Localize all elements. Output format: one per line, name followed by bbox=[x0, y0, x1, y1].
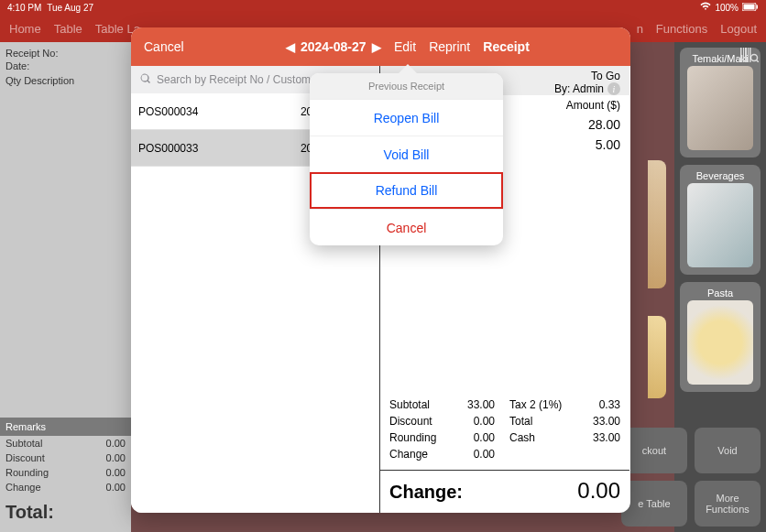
tab-reprint[interactable]: Reprint bbox=[429, 39, 470, 54]
lp-subtotal-v: 0.00 bbox=[106, 438, 126, 449]
status-time: 4:10 PM bbox=[7, 3, 41, 13]
tab-receipt[interactable]: Receipt bbox=[483, 39, 530, 54]
category-label: Pasta bbox=[707, 288, 733, 299]
lp-discount-l: Discount bbox=[5, 452, 45, 463]
order-type: To Go bbox=[591, 70, 620, 82]
change-value: 0.00 bbox=[577, 478, 620, 504]
modal-header: Cancel ◀ 2024-08-27 ▶ Edit Reprint Recei… bbox=[131, 27, 630, 66]
receipt-no: POS000034 bbox=[138, 105, 198, 118]
search-placeholder: Search by Receipt No / Custom bbox=[157, 73, 311, 86]
category-image bbox=[687, 183, 753, 267]
dropdown-cancel[interactable]: Cancel bbox=[310, 209, 503, 245]
receipt-no-label: Receipt No: bbox=[5, 48, 126, 59]
action-more-functions[interactable]: More Functions bbox=[695, 481, 761, 527]
sum-discount-v: 0.00 bbox=[451, 415, 495, 428]
dropdown-reopen-bill[interactable]: Reopen Bill bbox=[310, 99, 503, 136]
svg-rect-1 bbox=[744, 4, 755, 9]
lp-rounding-v: 0.00 bbox=[106, 467, 126, 478]
dropdown-void-bill[interactable]: Void Bill bbox=[310, 136, 503, 172]
status-date: Tue Aug 27 bbox=[47, 3, 93, 13]
sum-cash-v: 33.00 bbox=[576, 431, 620, 444]
lp-rounding-l: Rounding bbox=[5, 467, 49, 478]
svg-rect-4 bbox=[743, 48, 744, 62]
svg-line-9 bbox=[757, 60, 760, 63]
change-row: Change: 0.00 bbox=[380, 470, 629, 513]
sum-rounding-l: Rounding bbox=[389, 431, 436, 444]
sum-subtotal-v: 33.00 bbox=[451, 398, 495, 411]
modal-cancel-button[interactable]: Cancel bbox=[144, 39, 184, 54]
lp-change-v: 0.00 bbox=[106, 482, 126, 493]
action-label: Void bbox=[717, 445, 737, 456]
nav-logout[interactable]: Logout bbox=[720, 22, 757, 36]
qty-desc-label: Qty Description bbox=[5, 75, 126, 86]
product-tile-edge[interactable] bbox=[648, 316, 666, 398]
category-label: Beverages bbox=[696, 170, 745, 181]
receipt-no: POS000033 bbox=[138, 142, 198, 155]
nav-partial[interactable]: n bbox=[637, 22, 643, 36]
dropdown-title: Previous Receipt bbox=[310, 73, 503, 99]
category-tile-pasta[interactable]: Pasta bbox=[680, 282, 761, 392]
sum-subtotal-l: Subtotal bbox=[389, 398, 436, 411]
order-panel: Receipt No: Date: Qty Description Remark… bbox=[0, 42, 131, 532]
sum-cash-l: Cash bbox=[509, 431, 562, 444]
svg-rect-5 bbox=[745, 48, 747, 62]
nav-table[interactable]: Table bbox=[54, 22, 82, 36]
svg-point-8 bbox=[751, 55, 758, 61]
date-prev-button[interactable]: ◀ bbox=[286, 40, 295, 54]
lp-change-l: Change bbox=[5, 482, 41, 493]
lp-subtotal-l: Subtotal bbox=[5, 438, 42, 449]
search-icon bbox=[140, 73, 151, 87]
dropdown-refund-bill[interactable]: Refund Bill bbox=[310, 172, 503, 209]
action-label: More Functions bbox=[698, 493, 757, 515]
sum-tax-l: Tax 2 (1%) bbox=[509, 398, 562, 411]
svg-rect-7 bbox=[750, 48, 751, 62]
svg-rect-6 bbox=[748, 48, 749, 62]
modal-date[interactable]: 2024-08-27 bbox=[301, 39, 367, 54]
lp-total-label: Total: bbox=[5, 494, 126, 532]
status-battery: 100% bbox=[715, 3, 739, 13]
barcode-icon[interactable] bbox=[740, 48, 759, 67]
info-icon[interactable]: i bbox=[607, 82, 620, 95]
action-checkout[interactable]: ckout bbox=[621, 428, 687, 473]
summary-grid: Subtotal 33.00 Tax 2 (1%) 0.33 Discount … bbox=[389, 395, 620, 470]
change-label: Change: bbox=[389, 482, 463, 503]
category-tile-beverages[interactable]: Beverages bbox=[680, 165, 761, 275]
tab-edit[interactable]: Edit bbox=[394, 39, 416, 54]
sum-rounding-v: 0.00 bbox=[451, 431, 495, 444]
sum-tax-v: 0.33 bbox=[576, 398, 620, 411]
sum-change-l: Change bbox=[389, 448, 436, 461]
date-next-button[interactable]: ▶ bbox=[372, 40, 381, 54]
by-admin: By: Admin bbox=[554, 82, 604, 95]
nav-functions[interactable]: Functions bbox=[656, 22, 707, 36]
sum-total-v: 33.00 bbox=[576, 415, 620, 428]
receipt-dropdown: Previous Receipt Reopen Bill Void Bill R… bbox=[310, 73, 503, 245]
action-label: ckout bbox=[642, 445, 666, 456]
lp-discount-v: 0.00 bbox=[106, 452, 126, 463]
svg-rect-3 bbox=[740, 48, 742, 62]
action-etable[interactable]: e Table bbox=[621, 481, 687, 527]
category-image bbox=[687, 300, 753, 385]
action-void[interactable]: Void bbox=[695, 428, 761, 473]
date-label: Date: bbox=[5, 60, 126, 71]
sum-change-v: 0.00 bbox=[451, 448, 495, 461]
sum-total-l: Total bbox=[509, 415, 562, 428]
sum-discount-l: Discount bbox=[389, 415, 436, 428]
category-image bbox=[687, 66, 753, 150]
wifi-icon bbox=[700, 2, 711, 13]
action-label: e Table bbox=[638, 498, 670, 509]
remarks-bar: Remarks bbox=[0, 418, 131, 436]
status-bar: 4:10 PM Tue Aug 27 100% bbox=[0, 0, 766, 15]
svg-rect-2 bbox=[757, 5, 759, 8]
nav-home[interactable]: Home bbox=[9, 22, 41, 36]
battery-icon bbox=[742, 3, 759, 13]
product-tile-edge[interactable] bbox=[648, 160, 666, 288]
